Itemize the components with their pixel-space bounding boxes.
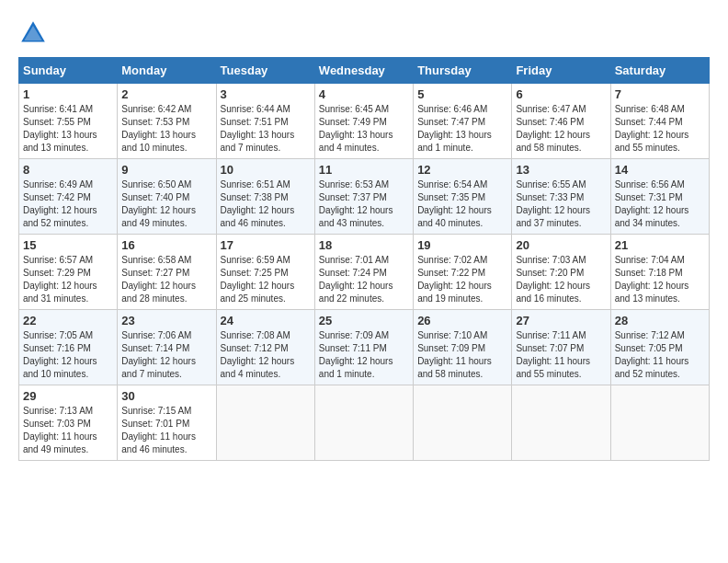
day-number: 9 bbox=[121, 163, 211, 177]
day-header-friday: Friday bbox=[512, 58, 610, 84]
day-info: Sunrise: 7:11 AM Sunset: 7:07 PM Dayligh… bbox=[516, 329, 606, 381]
calendar-cell: 7Sunrise: 6:48 AM Sunset: 7:44 PM Daylig… bbox=[610, 84, 709, 159]
calendar-week-row: 15Sunrise: 6:57 AM Sunset: 7:29 PM Dayli… bbox=[19, 235, 710, 310]
day-number: 21 bbox=[615, 238, 705, 252]
day-number: 22 bbox=[23, 314, 113, 327]
day-number: 7 bbox=[615, 87, 705, 101]
calendar-cell: 22Sunrise: 7:05 AM Sunset: 7:16 PM Dayli… bbox=[19, 310, 118, 385]
calendar-cell: 24Sunrise: 7:08 AM Sunset: 7:12 PM Dayli… bbox=[216, 310, 314, 385]
day-info: Sunrise: 6:47 AM Sunset: 7:46 PM Dayligh… bbox=[516, 103, 606, 155]
day-number: 16 bbox=[121, 238, 211, 252]
calendar-header-row: SundayMondayTuesdayWednesdayThursdayFrid… bbox=[19, 58, 710, 84]
calendar-week-row: 8Sunrise: 6:49 AM Sunset: 7:42 PM Daylig… bbox=[19, 159, 710, 235]
day-number: 13 bbox=[516, 163, 606, 177]
day-info: Sunrise: 6:50 AM Sunset: 7:40 PM Dayligh… bbox=[121, 178, 211, 230]
day-header-monday: Monday bbox=[118, 58, 216, 84]
day-number: 10 bbox=[221, 163, 311, 177]
calendar-cell bbox=[512, 385, 610, 461]
calendar-cell: 20Sunrise: 7:03 AM Sunset: 7:20 PM Dayli… bbox=[512, 235, 610, 310]
calendar-cell: 12Sunrise: 6:54 AM Sunset: 7:35 PM Dayli… bbox=[414, 159, 512, 235]
day-number: 12 bbox=[417, 163, 507, 177]
day-number: 5 bbox=[417, 87, 507, 101]
day-info: Sunrise: 6:55 AM Sunset: 7:33 PM Dayligh… bbox=[516, 178, 606, 230]
day-info: Sunrise: 6:59 AM Sunset: 7:25 PM Dayligh… bbox=[221, 254, 311, 305]
calendar-cell: 10Sunrise: 6:51 AM Sunset: 7:38 PM Dayli… bbox=[216, 159, 314, 235]
day-info: Sunrise: 7:01 AM Sunset: 7:24 PM Dayligh… bbox=[319, 254, 409, 305]
day-info: Sunrise: 7:13 AM Sunset: 7:03 PM Dayligh… bbox=[23, 405, 113, 456]
logo bbox=[18, 18, 51, 48]
calendar-cell: 2Sunrise: 6:42 AM Sunset: 7:53 PM Daylig… bbox=[118, 84, 216, 159]
logo-icon bbox=[18, 18, 48, 48]
day-number: 3 bbox=[221, 87, 311, 101]
day-number: 6 bbox=[516, 87, 606, 101]
day-info: Sunrise: 6:56 AM Sunset: 7:31 PM Dayligh… bbox=[615, 178, 705, 230]
day-info: Sunrise: 7:06 AM Sunset: 7:14 PM Dayligh… bbox=[121, 329, 211, 381]
calendar-cell: 17Sunrise: 6:59 AM Sunset: 7:25 PM Dayli… bbox=[216, 235, 314, 310]
calendar-cell: 16Sunrise: 6:58 AM Sunset: 7:27 PM Dayli… bbox=[118, 235, 216, 310]
day-info: Sunrise: 6:51 AM Sunset: 7:38 PM Dayligh… bbox=[221, 178, 311, 230]
day-number: 29 bbox=[23, 389, 113, 403]
day-number: 14 bbox=[615, 163, 705, 177]
day-info: Sunrise: 6:48 AM Sunset: 7:44 PM Dayligh… bbox=[615, 103, 705, 155]
calendar-cell bbox=[414, 385, 512, 461]
calendar-cell: 4Sunrise: 6:45 AM Sunset: 7:49 PM Daylig… bbox=[314, 84, 413, 159]
day-number: 11 bbox=[319, 163, 409, 177]
calendar-cell: 11Sunrise: 6:53 AM Sunset: 7:37 PM Dayli… bbox=[314, 159, 413, 235]
calendar-week-row: 29Sunrise: 7:13 AM Sunset: 7:03 PM Dayli… bbox=[19, 385, 710, 461]
calendar-cell bbox=[610, 385, 709, 461]
calendar-cell: 25Sunrise: 7:09 AM Sunset: 7:11 PM Dayli… bbox=[314, 310, 413, 385]
day-info: Sunrise: 7:10 AM Sunset: 7:09 PM Dayligh… bbox=[417, 329, 507, 381]
calendar-cell: 6Sunrise: 6:47 AM Sunset: 7:46 PM Daylig… bbox=[512, 84, 610, 159]
day-header-thursday: Thursday bbox=[414, 58, 512, 84]
calendar-cell: 27Sunrise: 7:11 AM Sunset: 7:07 PM Dayli… bbox=[512, 310, 610, 385]
day-number: 8 bbox=[23, 163, 113, 177]
calendar-cell: 21Sunrise: 7:04 AM Sunset: 7:18 PM Dayli… bbox=[610, 235, 709, 310]
day-number: 20 bbox=[516, 238, 606, 252]
day-header-wednesday: Wednesday bbox=[314, 58, 413, 84]
day-info: Sunrise: 6:54 AM Sunset: 7:35 PM Dayligh… bbox=[417, 178, 507, 230]
calendar-cell: 1Sunrise: 6:41 AM Sunset: 7:55 PM Daylig… bbox=[19, 84, 118, 159]
day-header-sunday: Sunday bbox=[19, 58, 118, 84]
day-info: Sunrise: 7:02 AM Sunset: 7:22 PM Dayligh… bbox=[417, 254, 507, 305]
calendar-cell: 19Sunrise: 7:02 AM Sunset: 7:22 PM Dayli… bbox=[414, 235, 512, 310]
day-number: 26 bbox=[417, 314, 507, 327]
calendar-table: SundayMondayTuesdayWednesdayThursdayFrid… bbox=[18, 57, 710, 461]
calendar-cell: 8Sunrise: 6:49 AM Sunset: 7:42 PM Daylig… bbox=[19, 159, 118, 235]
calendar-cell: 29Sunrise: 7:13 AM Sunset: 7:03 PM Dayli… bbox=[19, 385, 118, 461]
calendar-cell: 14Sunrise: 6:56 AM Sunset: 7:31 PM Dayli… bbox=[610, 159, 709, 235]
day-info: Sunrise: 6:41 AM Sunset: 7:55 PM Dayligh… bbox=[23, 103, 113, 155]
calendar-cell: 23Sunrise: 7:06 AM Sunset: 7:14 PM Dayli… bbox=[118, 310, 216, 385]
day-info: Sunrise: 6:42 AM Sunset: 7:53 PM Dayligh… bbox=[121, 103, 211, 155]
day-info: Sunrise: 7:12 AM Sunset: 7:05 PM Dayligh… bbox=[615, 329, 705, 381]
day-number: 30 bbox=[121, 389, 211, 403]
day-info: Sunrise: 6:46 AM Sunset: 7:47 PM Dayligh… bbox=[417, 103, 507, 155]
day-info: Sunrise: 7:05 AM Sunset: 7:16 PM Dayligh… bbox=[23, 329, 113, 381]
day-number: 19 bbox=[417, 238, 507, 252]
day-number: 17 bbox=[221, 238, 311, 252]
calendar-cell: 9Sunrise: 6:50 AM Sunset: 7:40 PM Daylig… bbox=[118, 159, 216, 235]
day-number: 27 bbox=[516, 314, 606, 327]
calendar-cell: 30Sunrise: 7:15 AM Sunset: 7:01 PM Dayli… bbox=[118, 385, 216, 461]
day-header-saturday: Saturday bbox=[610, 58, 709, 84]
calendar-cell: 15Sunrise: 6:57 AM Sunset: 7:29 PM Dayli… bbox=[19, 235, 118, 310]
calendar-cell: 13Sunrise: 6:55 AM Sunset: 7:33 PM Dayli… bbox=[512, 159, 610, 235]
day-info: Sunrise: 7:15 AM Sunset: 7:01 PM Dayligh… bbox=[121, 405, 211, 456]
day-number: 2 bbox=[121, 87, 211, 101]
calendar-cell bbox=[216, 385, 314, 461]
calendar-week-row: 1Sunrise: 6:41 AM Sunset: 7:55 PM Daylig… bbox=[19, 84, 710, 159]
day-number: 24 bbox=[221, 314, 311, 327]
day-header-tuesday: Tuesday bbox=[216, 58, 314, 84]
day-info: Sunrise: 7:04 AM Sunset: 7:18 PM Dayligh… bbox=[615, 254, 705, 305]
calendar-cell bbox=[314, 385, 413, 461]
calendar-cell: 5Sunrise: 6:46 AM Sunset: 7:47 PM Daylig… bbox=[414, 84, 512, 159]
day-info: Sunrise: 6:49 AM Sunset: 7:42 PM Dayligh… bbox=[23, 178, 113, 230]
day-number: 25 bbox=[319, 314, 409, 327]
calendar-cell: 26Sunrise: 7:10 AM Sunset: 7:09 PM Dayli… bbox=[414, 310, 512, 385]
day-info: Sunrise: 7:09 AM Sunset: 7:11 PM Dayligh… bbox=[319, 329, 409, 381]
day-info: Sunrise: 6:53 AM Sunset: 7:37 PM Dayligh… bbox=[319, 178, 409, 230]
day-info: Sunrise: 7:03 AM Sunset: 7:20 PM Dayligh… bbox=[516, 254, 606, 305]
page-header bbox=[18, 18, 710, 48]
day-info: Sunrise: 6:44 AM Sunset: 7:51 PM Dayligh… bbox=[221, 103, 311, 155]
calendar-cell: 28Sunrise: 7:12 AM Sunset: 7:05 PM Dayli… bbox=[610, 310, 709, 385]
day-number: 15 bbox=[23, 238, 113, 252]
